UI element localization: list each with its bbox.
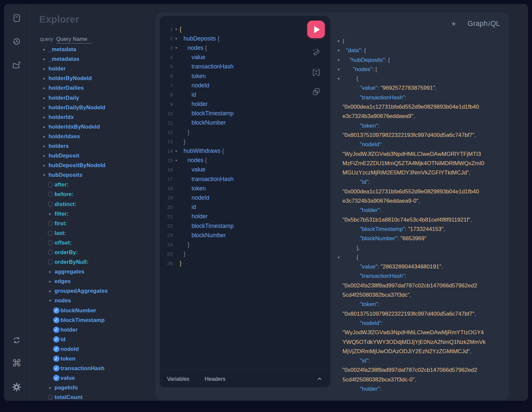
tree-item-value[interactable]: ✓value bbox=[30, 373, 156, 383]
tree-item-holderIdxByNodeId[interactable]: ▸holderIdxByNodeId bbox=[30, 122, 156, 132]
editor-line[interactable]: 1▾{ bbox=[160, 25, 330, 34]
editor-line[interactable]: 10blockTimestamp bbox=[160, 109, 330, 118]
tree-item-label: blockNumber bbox=[61, 307, 96, 314]
tree-item-groupedAggregates[interactable]: ▸groupedAggregates bbox=[30, 286, 156, 296]
json-fold-arrow-icon[interactable]: ▼ bbox=[337, 74, 340, 83]
fold-arrow-icon[interactable]: ▾ bbox=[173, 149, 180, 154]
refetch-icon[interactable] bbox=[12, 335, 22, 345]
line-number: 9 bbox=[160, 101, 173, 107]
editor-line[interactable]: 21holder bbox=[160, 212, 330, 221]
query-editor[interactable]: 1▾{2▾hubDeposits {3▾nodes {4value5transa… bbox=[160, 25, 330, 268]
execute-button[interactable] bbox=[307, 21, 325, 38]
tree-item-before[interactable]: before: bbox=[30, 189, 156, 199]
tree-item-holderByNodeId[interactable]: ▸holderByNodeId bbox=[30, 73, 156, 83]
fold-arrow-icon[interactable]: ▾ bbox=[173, 158, 180, 163]
command-glyph: ⌘ bbox=[12, 359, 22, 368]
tree-item-holderDaily[interactable]: ▸holderDaily bbox=[30, 93, 156, 102]
fold-arrow-icon[interactable]: ▾ bbox=[173, 36, 180, 41]
response-line: ▼{ bbox=[334, 253, 507, 262]
tree-item-last[interactable]: last: bbox=[30, 228, 156, 238]
editor-line[interactable]: 14▾hubWithdraws { bbox=[160, 146, 330, 155]
editor-tools-tabbar: Variables Headers bbox=[160, 370, 330, 387]
query-name-input[interactable] bbox=[56, 36, 91, 44]
editor-line[interactable]: 15▾nodes { bbox=[160, 156, 330, 165]
line-number: 7 bbox=[160, 82, 173, 88]
tree-item-label: holderByNodeId bbox=[49, 75, 92, 81]
editor-line[interactable]: 4value bbox=[160, 53, 330, 62]
editor-line[interactable]: 24} bbox=[160, 240, 330, 249]
tree-item-_metadatas[interactable]: ▸_metadatas bbox=[30, 54, 156, 64]
tree-item-holderDailyByNodeId[interactable]: ▸holderDailyByNodeId bbox=[30, 103, 156, 112]
tree-item-_metadata[interactable]: ▸_metadata bbox=[30, 45, 156, 54]
json-fold-arrow-icon[interactable]: ▼ bbox=[337, 65, 340, 74]
editor-line[interactable]: 19nodeId bbox=[160, 193, 330, 202]
tree-item-blockNumber[interactable]: ✓blockNumber bbox=[30, 306, 156, 315]
response-line: ▼{ bbox=[334, 74, 507, 83]
copy-query-button[interactable] bbox=[311, 86, 322, 97]
history-icon[interactable] bbox=[12, 37, 22, 47]
editor-line[interactable]: 20id bbox=[160, 203, 330, 212]
json-fold-arrow-icon[interactable]: ▼ bbox=[337, 55, 340, 65]
tree-item-transactionHash[interactable]: ✓transactionHash bbox=[30, 363, 156, 373]
editor-line[interactable]: 2▾hubDeposits { bbox=[160, 34, 330, 43]
tree-item-orderBy[interactable]: orderBy: bbox=[30, 248, 156, 257]
prettify-button[interactable] bbox=[311, 47, 322, 58]
editor-line[interactable]: 16value bbox=[160, 165, 330, 174]
tree-item-first[interactable]: first: bbox=[30, 219, 156, 228]
tree-item-hubDeposits[interactable]: ▾hubDeposits bbox=[30, 170, 156, 180]
json-fold-arrow-icon[interactable]: ▼ bbox=[337, 46, 340, 55]
code-token: transactionHash bbox=[192, 176, 233, 182]
tree-item-id[interactable]: ✓id bbox=[30, 335, 156, 344]
collapse-tools-button[interactable] bbox=[316, 375, 324, 383]
editor-line[interactable]: 11blockNumber bbox=[160, 118, 330, 128]
editor-line[interactable]: 23blockNumber bbox=[160, 231, 330, 240]
editor-line[interactable]: 17transactionHash bbox=[160, 174, 330, 184]
settings-gear-icon[interactable] bbox=[12, 382, 22, 392]
tree-item-pageInfo[interactable]: ▸pageInfo bbox=[30, 383, 156, 392]
tree-item-filter[interactable]: ▸filter: bbox=[30, 209, 156, 219]
tree-item-holderDailies[interactable]: ▸holderDailies bbox=[30, 83, 156, 93]
code-token: id bbox=[192, 91, 196, 98]
fold-arrow-icon[interactable]: ▾ bbox=[173, 27, 180, 32]
tree-item-holder[interactable]: ▸holder bbox=[30, 64, 156, 73]
tree-item-orderByNull[interactable]: orderByNull: bbox=[30, 257, 156, 267]
tree-item-token[interactable]: ✓token bbox=[30, 354, 156, 363]
tree-item-nodeId[interactable]: ✓nodeId bbox=[30, 344, 156, 354]
docs-icon[interactable] bbox=[12, 13, 22, 23]
merge-fragments-button[interactable] bbox=[311, 67, 322, 78]
tree-item-hubDepositByNodeId[interactable]: ▸hubDepositByNodeId bbox=[30, 160, 156, 170]
editor-line[interactable]: 12} bbox=[160, 128, 330, 137]
tree-item-holderIdxes[interactable]: ▸holderIdxes bbox=[30, 132, 156, 141]
tree-item-totalCount[interactable]: totalCount bbox=[30, 392, 156, 401]
editor-line[interactable]: 25} bbox=[160, 250, 330, 259]
tree-item-after[interactable]: after: bbox=[30, 180, 156, 189]
json-fold-arrow-icon[interactable]: ▼ bbox=[337, 37, 340, 46]
fold-arrow-icon[interactable]: ▾ bbox=[173, 46, 180, 50]
tree-item-offset[interactable]: offset: bbox=[30, 238, 156, 248]
editor-line[interactable]: 26} bbox=[160, 259, 330, 268]
editor-line[interactable]: 9holder bbox=[160, 100, 330, 109]
tree-item-nodes[interactable]: ▾nodes bbox=[30, 296, 156, 305]
merge-icon bbox=[311, 67, 321, 77]
editor-line[interactable]: 5transactionHash bbox=[160, 62, 330, 71]
editor-line[interactable]: 6token bbox=[160, 71, 330, 81]
tree-item-holder[interactable]: ✓holder bbox=[30, 325, 156, 335]
folder-plus-icon[interactable] bbox=[12, 60, 22, 70]
tab-headers[interactable]: Headers bbox=[205, 376, 225, 382]
tree-item-blockTimestamp[interactable]: ✓blockTimestamp bbox=[30, 315, 156, 325]
keyboard-shortcuts-icon[interactable]: ⌘ bbox=[12, 358, 22, 368]
json-fold-arrow-icon[interactable]: ▼ bbox=[337, 253, 340, 262]
editor-line[interactable]: 18token bbox=[160, 184, 330, 193]
editor-line[interactable]: 3▾nodes { bbox=[160, 43, 330, 52]
editor-line[interactable]: 7nodeId bbox=[160, 81, 330, 90]
tree-item-distinct[interactable]: distinct: bbox=[30, 199, 156, 209]
editor-line[interactable]: 13} bbox=[160, 137, 330, 146]
tab-variables[interactable]: Variables bbox=[167, 376, 190, 382]
tree-item-edges[interactable]: ▸edges bbox=[30, 276, 156, 286]
tree-item-holders[interactable]: ▸holders bbox=[30, 141, 156, 151]
tree-item-holderIdx[interactable]: ▸holderIdx bbox=[30, 112, 156, 122]
tree-item-aggregates[interactable]: ▸aggregates bbox=[30, 267, 156, 276]
editor-line[interactable]: 22blockTimestamp bbox=[160, 221, 330, 231]
tree-item-hubDeposit[interactable]: ▸hubDeposit bbox=[30, 151, 156, 160]
editor-line[interactable]: 8id bbox=[160, 90, 330, 99]
